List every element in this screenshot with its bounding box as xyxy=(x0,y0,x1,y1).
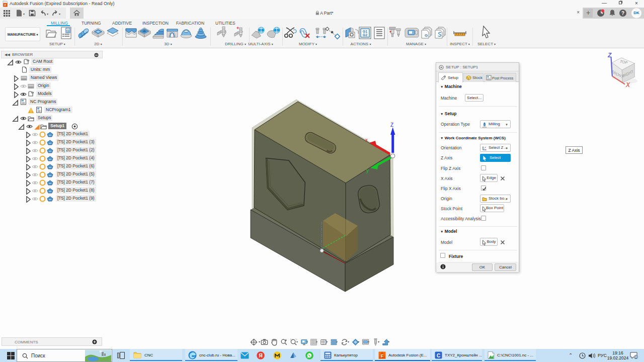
svg-text:+: + xyxy=(236,26,239,31)
svg-text:Z: Z xyxy=(390,122,393,128)
svg-text:y: y xyxy=(366,168,369,173)
svg-text:F: F xyxy=(381,353,384,358)
svg-text:G1: G1 xyxy=(363,30,367,33)
svg-text:x: x xyxy=(365,137,368,143)
svg-text:G2: G2 xyxy=(363,33,367,37)
svg-text:?: ? xyxy=(621,11,624,16)
svg-text:G: G xyxy=(425,33,428,38)
svg-text:1: 1 xyxy=(635,355,637,359)
svg-text:Я: Я xyxy=(259,352,263,358)
svg-text:C: C xyxy=(437,353,440,358)
svg-text:X: X xyxy=(625,81,630,88)
svg-text:Z: Z xyxy=(607,52,612,59)
